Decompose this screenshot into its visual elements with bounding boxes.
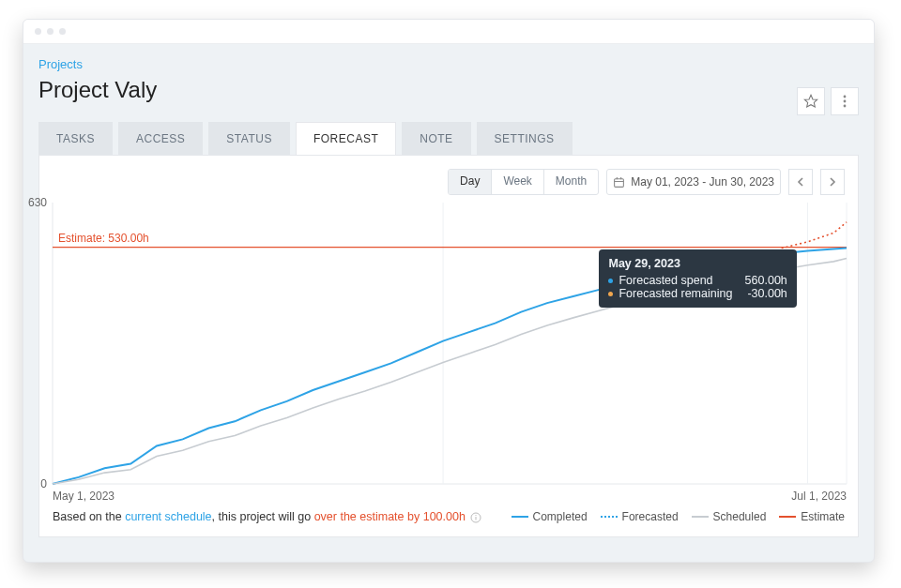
forecast-panel: DayWeekMonth May 01, 2023 - Jun 30, 2023…	[38, 155, 859, 537]
more-button[interactable]	[831, 87, 859, 115]
breadcrumb[interactable]: Projects	[38, 57, 859, 71]
chevron-right-icon	[829, 177, 836, 187]
legend-forecasted: Forecasted	[601, 510, 679, 523]
star-icon	[803, 94, 818, 109]
svg-rect-4	[615, 178, 624, 187]
svg-point-2	[844, 100, 847, 103]
svg-point-1	[844, 96, 847, 98]
legend-completed: Completed	[512, 510, 588, 523]
svg-point-3	[844, 105, 847, 108]
svg-marker-0	[804, 95, 817, 107]
tab-settings[interactable]: SETTINGS	[477, 122, 573, 155]
tab-forecast[interactable]: FORECAST	[296, 122, 396, 155]
tab-tasks[interactable]: TASKS	[38, 122, 113, 155]
granularity-day[interactable]: Day	[449, 170, 492, 194]
date-next-button[interactable]	[820, 169, 845, 195]
calendar-icon	[613, 176, 625, 188]
over-estimate-text: over the estimate by 100.00h	[314, 510, 466, 523]
favorite-button[interactable]	[797, 87, 825, 115]
chart-tooltip: May 29, 2023Forecasted spend560.00hForec…	[599, 249, 796, 308]
granularity-week[interactable]: Week	[492, 170, 543, 194]
granularity-month[interactable]: Month	[544, 170, 598, 194]
legend-scheduled: Scheduled	[692, 510, 767, 523]
current-schedule-link[interactable]: current schedule	[125, 510, 211, 523]
tab-access[interactable]: ACCESS	[118, 122, 203, 155]
date-prev-button[interactable]	[788, 169, 813, 195]
tab-status[interactable]: STATUS	[208, 122, 290, 155]
date-range-label: May 01, 2023 - Jun 30, 2023	[631, 175, 774, 188]
kebab-icon	[843, 95, 847, 108]
legend-estimate: Estimate	[779, 510, 845, 523]
window-titlebar	[23, 20, 874, 44]
forecast-summary: Based on the current schedule, this proj…	[53, 510, 498, 523]
window-dot	[35, 28, 41, 35]
date-range-picker[interactable]: May 01, 2023 - Jun 30, 2023	[606, 169, 781, 195]
app-window: Projects Project Valy TASKSACCESSSTATUSF…	[23, 19, 875, 563]
y-axis-min: 0	[40, 477, 47, 490]
svg-text:Estimate: 530.00h: Estimate: 530.00h	[58, 232, 149, 245]
forecast-chart: 630 0 May 1, 2023 Jul 1, 2023 Estimate: …	[53, 203, 847, 484]
svg-point-17	[476, 515, 477, 516]
tabs: TASKSACCESSSTATUSFORECASTNOTESETTINGS	[23, 103, 874, 155]
chart-svg: Estimate: 530.00h	[53, 203, 847, 484]
granularity-segment: DayWeekMonth	[448, 169, 599, 195]
tab-note[interactable]: NOTE	[402, 122, 470, 155]
window-dot	[47, 28, 53, 35]
x-axis-start: May 1, 2023	[53, 490, 115, 503]
chart-legend: CompletedForecastedScheduledEstimate	[512, 510, 845, 523]
window-dot	[59, 28, 66, 35]
info-icon	[470, 512, 481, 523]
y-axis-max: 630	[28, 196, 47, 209]
x-axis-end: Jul 1, 2023	[791, 490, 847, 503]
page-title: Project Valy	[38, 77, 859, 103]
chevron-left-icon	[797, 177, 804, 187]
